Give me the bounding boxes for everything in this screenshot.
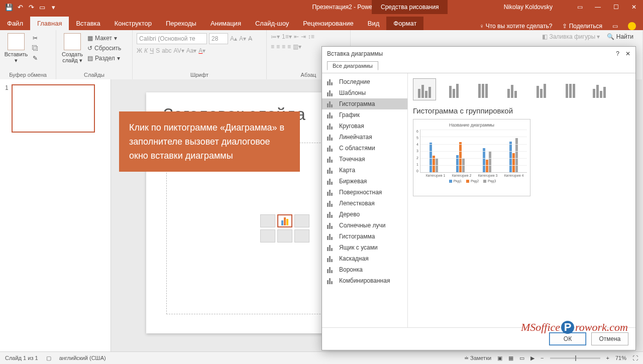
tab-design[interactable]: Конструктор xyxy=(108,17,159,30)
chart-category-item[interactable]: Лепестковая xyxy=(322,198,407,209)
undo-icon[interactable]: ↶ xyxy=(16,3,24,11)
zoom-slider[interactable] xyxy=(550,357,600,359)
chart-category-item[interactable]: Солнечные лучи xyxy=(322,220,407,231)
case-icon[interactable]: Aa▾ xyxy=(186,47,197,54)
minimize-icon[interactable]: — xyxy=(589,0,607,14)
subtype-stacked-column[interactable] xyxy=(442,78,465,100)
save-icon[interactable]: 💾 xyxy=(5,3,13,11)
close-icon[interactable]: ✕ xyxy=(625,0,643,14)
align-center-icon[interactable]: ≡ xyxy=(276,43,280,50)
decrease-font-icon[interactable]: A▾ xyxy=(239,35,246,42)
subtype-100-stacked[interactable] xyxy=(471,78,494,100)
shape-fill-button[interactable]: ◧ Заливка фигуры ▾ xyxy=(542,33,600,40)
chart-category-item[interactable]: Гистограмма xyxy=(322,231,407,242)
tab-animations[interactable]: Анимация xyxy=(203,17,248,30)
indent-decrease-icon[interactable]: ⇤ xyxy=(294,33,299,40)
font-color-icon[interactable]: A▾ xyxy=(198,47,205,54)
insert-smartart-icon[interactable] xyxy=(294,214,309,227)
chart-preview[interactable]: Название диаграммы 6543210 Категория 1Ка… xyxy=(413,119,530,196)
font-size-combo[interactable]: 28 xyxy=(209,33,228,44)
start-from-beginning-icon[interactable]: ▭ xyxy=(38,3,46,11)
cancel-button[interactable]: Отмена xyxy=(591,332,628,345)
notes-button[interactable]: ≐ Заметки xyxy=(464,355,491,361)
maximize-icon[interactable]: ☐ xyxy=(607,0,625,14)
tab-file[interactable]: Файл xyxy=(0,17,30,30)
increase-font-icon[interactable]: A▴ xyxy=(230,35,237,42)
section-button[interactable]: ▤ Раздел ▾ xyxy=(87,53,121,63)
reset-button[interactable]: ↺ Сбросить xyxy=(87,43,121,53)
slideshow-view-icon[interactable]: ▶ xyxy=(530,355,534,361)
sorter-view-icon[interactable]: ▦ xyxy=(508,355,513,361)
ribbon-options-icon[interactable]: ▭ xyxy=(571,0,589,14)
zoom-level[interactable]: 71% xyxy=(615,355,626,361)
align-right-icon[interactable]: ≡ xyxy=(282,43,285,50)
align-left-icon[interactable]: ≡ xyxy=(271,43,274,50)
clear-formatting-icon[interactable]: A̶ xyxy=(248,35,252,42)
chart-category-item[interactable]: Поверхностная xyxy=(322,187,407,198)
dialog-close-icon[interactable]: ✕ xyxy=(625,50,630,57)
layout-button[interactable]: ▦ Макет ▾ xyxy=(87,33,121,43)
feedback-icon[interactable] xyxy=(628,22,636,30)
subtype-3d-100-stacked[interactable] xyxy=(559,78,582,100)
font-name-combo[interactable]: Calibri (Основной те xyxy=(137,33,207,44)
tab-home[interactable]: Главная xyxy=(30,17,69,30)
chart-category-item[interactable]: Биржевая xyxy=(322,176,407,187)
insert-picture-icon[interactable] xyxy=(260,229,275,242)
language-indicator[interactable]: английский (США) xyxy=(59,355,106,361)
chart-category-item[interactable]: Шаблоны xyxy=(322,87,407,98)
insert-video-icon[interactable] xyxy=(294,229,309,242)
tab-transitions[interactable]: Переходы xyxy=(159,17,203,30)
paste-button[interactable]: Вставить ▾ xyxy=(4,33,28,64)
line-spacing-icon[interactable]: ↕≡ xyxy=(308,33,314,40)
chart-category-item[interactable]: С областями xyxy=(322,143,407,154)
subtype-3d-column[interactable] xyxy=(588,78,611,100)
chart-category-item[interactable]: Воронка xyxy=(322,264,407,275)
slide-counter[interactable]: Слайд 1 из 1 xyxy=(5,355,38,361)
zoom-in-icon[interactable]: + xyxy=(606,355,609,361)
chart-category-item[interactable]: График xyxy=(322,109,407,120)
format-painter-icon[interactable]: ✎ xyxy=(31,54,39,62)
chart-category-item[interactable]: Ящик с усами xyxy=(322,242,407,253)
reading-view-icon[interactable]: ▭ xyxy=(519,355,524,361)
italic-icon[interactable]: К xyxy=(144,47,148,54)
subtype-3d-clustered[interactable] xyxy=(500,78,523,100)
insert-table-icon[interactable] xyxy=(260,214,275,227)
chart-category-item[interactable]: Комбинированная xyxy=(322,275,407,286)
chart-category-item[interactable]: Гистограмма xyxy=(322,98,407,109)
spacing-icon[interactable]: AV▾ xyxy=(174,47,184,54)
user-name[interactable]: Nikolay Koldovsky xyxy=(504,0,553,14)
numbering-icon[interactable]: 1≡▾ xyxy=(282,33,292,40)
underline-icon[interactable]: Ч xyxy=(150,47,154,54)
fit-to-window-icon[interactable]: ⛶ xyxy=(632,355,638,361)
chart-category-item[interactable]: Линейчатая xyxy=(322,132,407,143)
chart-category-item[interactable]: Последние xyxy=(322,76,407,87)
find-button[interactable]: 🔍 Найти xyxy=(607,33,633,40)
normal-view-icon[interactable]: ▣ xyxy=(497,355,502,361)
tab-review[interactable]: Рецензирование xyxy=(296,17,360,30)
justify-icon[interactable]: ≡ xyxy=(287,43,291,50)
chart-category-item[interactable]: Круговая xyxy=(322,120,407,132)
shadow-icon[interactable]: abc xyxy=(162,47,171,54)
tab-insert[interactable]: Вставка xyxy=(69,17,107,30)
indent-increase-icon[interactable]: ⇥ xyxy=(301,33,306,40)
copy-icon[interactable]: ⿻ xyxy=(31,44,39,52)
zoom-out-icon[interactable]: − xyxy=(541,355,544,361)
thumbnail-1[interactable]: 1 xyxy=(5,84,105,133)
bullets-icon[interactable]: ≔▾ xyxy=(271,33,280,40)
strike-icon[interactable]: S xyxy=(156,47,160,54)
dialog-tab-all[interactable]: Все диаграммы xyxy=(327,61,378,70)
ok-button[interactable]: ОК xyxy=(549,332,586,345)
comments-icon[interactable]: ▭ xyxy=(612,23,618,30)
chart-category-item[interactable]: Дерево xyxy=(322,209,407,220)
tab-slideshow[interactable]: Слайд-шоу xyxy=(248,17,296,30)
qat-dropdown-icon[interactable]: ▾ xyxy=(49,3,57,11)
bold-icon[interactable]: Ж xyxy=(137,47,142,54)
insert-online-picture-icon[interactable] xyxy=(277,229,292,242)
redo-icon[interactable]: ↷ xyxy=(27,3,35,11)
tell-me[interactable]: ♀ Что вы хотите сделать? xyxy=(479,23,552,30)
subtype-3d-stacked[interactable] xyxy=(529,78,553,100)
insert-chart-icon[interactable] xyxy=(277,214,292,227)
chart-category-item[interactable]: Каскадная xyxy=(322,253,407,264)
spell-check-icon[interactable]: ▢ xyxy=(46,355,51,361)
chart-category-item[interactable]: Карта xyxy=(322,165,407,176)
